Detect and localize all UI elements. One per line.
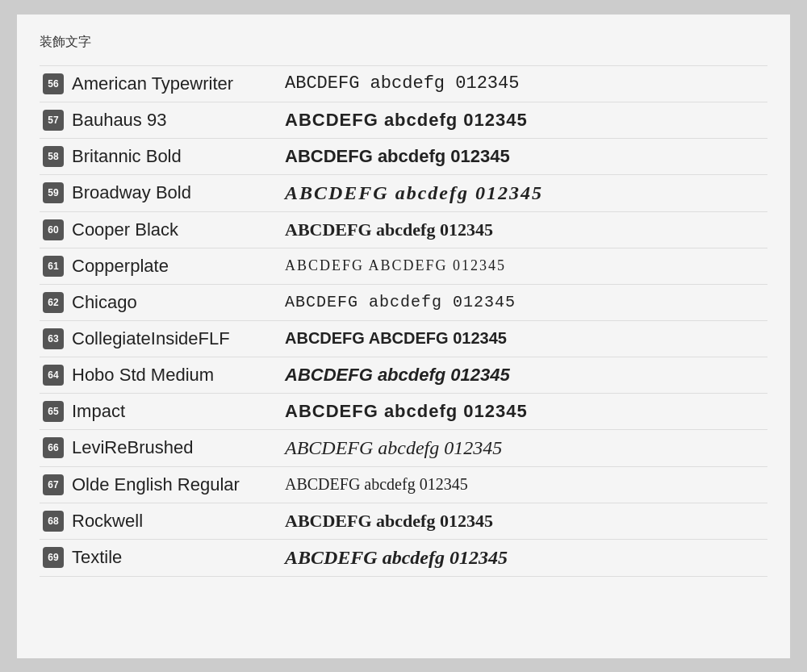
font-name-cell: 61Copperplate	[40, 248, 282, 284]
font-sample: ABCDEFG abcdefg 012345	[282, 102, 767, 138]
table-row: 65ImpactABCDEFG abcdefg 012345	[40, 393, 767, 429]
font-name-label: Cooper Black	[72, 219, 178, 240]
font-sample: ABCDEFG abcdefg 012345	[282, 284, 767, 320]
font-sample: ABCDEFG abcdefg 012345	[282, 357, 767, 393]
font-sample: ABCDEFG abcdefg 012345	[282, 466, 767, 503]
font-number-badge: 56	[43, 73, 64, 94]
font-sample: ABCDEFG ABCDEFG 012345	[282, 320, 767, 357]
font-sample: ABCDEFG abcdefg 012345	[282, 539, 767, 576]
font-sample: ABCDEFG abcdefg 012345	[282, 429, 767, 466]
table-row: 63CollegiateInsideFLFABCDEFG ABCDEFG 012…	[40, 320, 767, 357]
font-name-label: CollegiateInsideFLF	[72, 328, 230, 349]
font-name-cell: 56American Typewriter	[40, 65, 282, 102]
font-name-cell: 68Rockwell	[40, 503, 282, 539]
font-name-label: Britannic Bold	[72, 146, 182, 167]
font-name-cell: 60Cooper Black	[40, 211, 282, 248]
font-number-badge: 62	[43, 292, 64, 313]
font-name-cell: 65Impact	[40, 393, 282, 429]
font-sample: ABCDEFG ABCDEFG 012345	[282, 248, 767, 284]
font-table: 56American TypewriterABCDEFG abcdefg 012…	[40, 65, 767, 577]
main-page: 装飾文字 56American TypewriterABCDEFG abcdef…	[16, 14, 791, 659]
table-row: 62ChicagoABCDEFG abcdefg 012345	[40, 284, 767, 320]
font-name-label: Chicago	[72, 292, 137, 313]
font-number-badge: 67	[43, 474, 64, 495]
font-name-label: Textile	[72, 547, 122, 568]
font-name-label: Hobo Std Medium	[72, 365, 214, 386]
font-name-cell: 63CollegiateInsideFLF	[40, 320, 282, 357]
table-row: 61CopperplateABCDEFG ABCDEFG 012345	[40, 248, 767, 284]
table-row: 58Britannic BoldABCDEFG abcdefg 012345	[40, 138, 767, 174]
font-number-badge: 64	[43, 365, 64, 386]
font-sample: ABCDEFG abcdefg 012345	[282, 211, 767, 248]
font-number-badge: 66	[43, 437, 64, 458]
font-number-badge: 63	[43, 328, 64, 349]
font-name-cell: 57Bauhaus 93	[40, 102, 282, 138]
font-number-badge: 60	[43, 219, 64, 240]
font-sample: ABCDEFG abcdefg 012345	[282, 138, 767, 174]
table-row: 64Hobo Std MediumABCDEFG abcdefg 012345	[40, 357, 767, 393]
page-title: 装飾文字	[40, 34, 767, 51]
table-row: 69TextileABCDEFG abcdefg 012345	[40, 539, 767, 576]
font-name-label: Broadway Bold	[72, 182, 191, 203]
font-number-badge: 69	[43, 547, 64, 568]
font-sample: ABCDEFG abcdefg 012345	[282, 65, 767, 102]
font-name-label: Rockwell	[72, 511, 143, 532]
font-sample: ABCDEFG abcdefg 012345	[282, 174, 767, 211]
font-name-label: Impact	[72, 401, 125, 422]
font-name-cell: 69Textile	[40, 539, 282, 576]
table-row: 60Cooper BlackABCDEFG abcdefg 012345	[40, 211, 767, 248]
font-name-cell: 58Britannic Bold	[40, 138, 282, 174]
table-row: 66LeviReBrushedABCDEFG abcdefg 012345	[40, 429, 767, 466]
font-number-badge: 68	[43, 511, 64, 532]
font-number-badge: 65	[43, 401, 64, 422]
font-name-label: LeviReBrushed	[72, 437, 193, 458]
font-sample: ABCDEFG abcdefg 012345	[282, 393, 767, 429]
font-name-label: Copperplate	[72, 256, 169, 277]
font-name-label: American Typewriter	[72, 73, 233, 94]
font-name-label: Olde English Regular	[72, 474, 240, 495]
font-name-label: Bauhaus 93	[72, 110, 166, 131]
font-sample: ABCDEFG abcdefg 012345	[282, 503, 767, 539]
table-row: 67Olde English RegularABCDEFG abcdefg 01…	[40, 466, 767, 503]
font-name-cell: 62Chicago	[40, 284, 282, 320]
table-row: 57Bauhaus 93ABCDEFG abcdefg 012345	[40, 102, 767, 138]
table-row: 59Broadway BoldABCDEFG abcdefg 012345	[40, 174, 767, 211]
font-number-badge: 59	[43, 182, 64, 203]
table-row: 56American TypewriterABCDEFG abcdefg 012…	[40, 65, 767, 102]
font-number-badge: 58	[43, 146, 64, 167]
font-name-cell: 66LeviReBrushed	[40, 429, 282, 466]
table-row: 68RockwellABCDEFG abcdefg 012345	[40, 503, 767, 539]
font-name-cell: 64Hobo Std Medium	[40, 357, 282, 393]
font-name-cell: 67Olde English Regular	[40, 466, 282, 503]
font-number-badge: 57	[43, 110, 64, 131]
font-number-badge: 61	[43, 256, 64, 277]
font-name-cell: 59Broadway Bold	[40, 174, 282, 211]
